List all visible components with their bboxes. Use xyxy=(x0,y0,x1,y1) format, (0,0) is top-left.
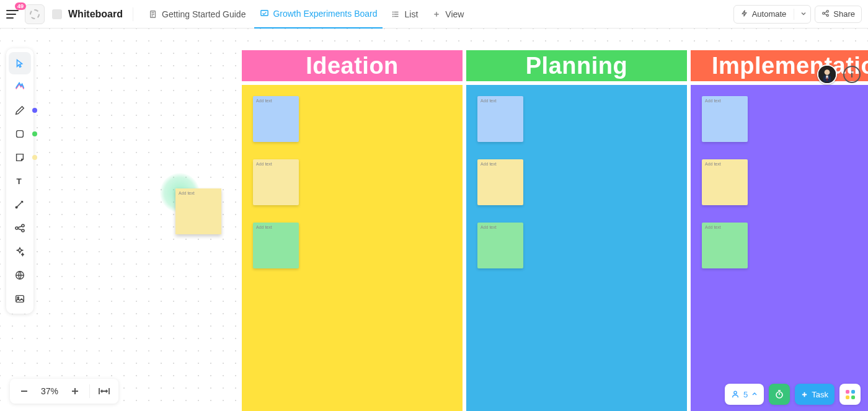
svg-point-7 xyxy=(826,14,828,16)
button-label: Automate xyxy=(752,9,787,19)
add-task-button[interactable]: Task xyxy=(795,384,835,405)
column-body[interactable]: Add text Add text Add text xyxy=(691,85,868,411)
svg-text:T: T xyxy=(17,177,22,186)
automate-button[interactable]: Automate xyxy=(733,5,812,24)
view-color-swatch xyxy=(52,9,62,19)
column-header: Ideation xyxy=(242,50,463,81)
share-icon xyxy=(822,9,830,19)
column-body[interactable]: Add text Add text Add text xyxy=(466,85,687,411)
connector-tool[interactable] xyxy=(9,193,31,216)
button-label: Task xyxy=(812,390,828,399)
tab-label: List xyxy=(405,9,418,19)
svg-point-18 xyxy=(16,227,18,229)
sticky-tool[interactable] xyxy=(9,146,31,169)
sticky-note[interactable]: Add text xyxy=(702,96,748,142)
svg-point-6 xyxy=(826,10,828,12)
presence-controls: i xyxy=(817,64,861,84)
tab-label: View xyxy=(445,9,464,19)
zoom-percent[interactable]: 37% xyxy=(36,386,63,396)
info-button[interactable]: i xyxy=(843,66,861,83)
pen-tool[interactable] xyxy=(9,99,31,122)
fit-width-button[interactable] xyxy=(94,381,115,402)
apps-button[interactable] xyxy=(839,384,861,405)
timer-button[interactable] xyxy=(769,384,790,405)
share-button[interactable]: Share xyxy=(815,6,862,23)
viewers-count: 5 xyxy=(743,390,748,399)
column-ideation[interactable]: Ideation Add text Add text Add text xyxy=(242,50,463,411)
tool-rail: T xyxy=(6,48,33,314)
doc-icon xyxy=(148,9,158,19)
chart-tool[interactable] xyxy=(9,217,31,239)
page-title: Whiteboard xyxy=(68,9,123,20)
tab-label: Growth Experiments Board xyxy=(273,9,377,19)
sticky-note[interactable]: Add text xyxy=(702,223,748,268)
plus-icon xyxy=(432,9,441,19)
column-header: Planning xyxy=(466,50,687,81)
image-tool[interactable] xyxy=(9,288,31,310)
viewers-count-button[interactable]: 5 xyxy=(725,384,764,405)
svg-point-13 xyxy=(734,391,737,394)
ai-tool[interactable] xyxy=(9,241,31,263)
sticky-note[interactable]: Add text xyxy=(477,159,523,205)
bottom-right-controls: 5 Task xyxy=(725,384,861,405)
tab-list[interactable]: List xyxy=(386,0,423,29)
svg-point-5 xyxy=(823,12,825,14)
sticky-note[interactable]: Add text xyxy=(253,223,299,268)
svg-point-17 xyxy=(16,206,17,208)
sticky-note[interactable]: Add text xyxy=(477,96,523,142)
shape-tool[interactable] xyxy=(9,123,31,145)
pointer-tool[interactable] xyxy=(9,52,31,74)
sticky-note[interactable]: Add text xyxy=(477,223,523,268)
svg-point-20 xyxy=(22,229,24,232)
tab-getting-started[interactable]: Getting Started Guide xyxy=(143,0,250,29)
sticky-color-indicator xyxy=(32,155,37,160)
svg-rect-22 xyxy=(16,296,24,303)
svg-point-3 xyxy=(392,14,393,14)
user-avatar[interactable] xyxy=(817,64,837,84)
menu-button[interactable]: 49 xyxy=(6,7,21,22)
loading-indicator xyxy=(25,4,45,24)
add-view-button[interactable]: View xyxy=(427,0,469,29)
zoom-out-button[interactable] xyxy=(14,381,35,402)
column-body[interactable]: Add text Add text Add text xyxy=(242,85,463,411)
floating-sticky-note[interactable]: Add text xyxy=(175,188,221,234)
whiteboard-canvas[interactable]: Ideation Add text Add text Add text Plan… xyxy=(0,29,868,411)
tab-growth-board[interactable]: Growth Experiments Board xyxy=(254,0,382,29)
sticky-note[interactable]: Add text xyxy=(702,159,748,205)
bolt-icon xyxy=(740,9,748,19)
column-implementation[interactable]: Implementation Add text Add text Add tex… xyxy=(691,50,868,411)
svg-rect-1 xyxy=(261,11,268,15)
svg-rect-12 xyxy=(826,77,828,81)
web-tool[interactable] xyxy=(9,264,31,286)
zoom-in-button[interactable] xyxy=(64,381,86,402)
column-planning[interactable]: Planning Add text Add text Add text xyxy=(466,50,687,411)
zoom-controls: 37% xyxy=(10,379,118,404)
list-icon xyxy=(391,9,401,19)
sticky-note[interactable]: Add text xyxy=(253,159,299,205)
tab-label: Getting Started Guide xyxy=(162,9,246,19)
sticky-note[interactable]: Add text xyxy=(253,96,299,142)
button-label: Share xyxy=(833,9,855,19)
svg-point-2 xyxy=(392,12,393,12)
top-bar: 49 Whiteboard Getting Started Guide Grow… xyxy=(0,0,868,29)
grid-icon xyxy=(846,390,855,399)
board-icon xyxy=(259,9,269,19)
sticky-note[interactable]: Add text xyxy=(175,188,221,234)
svg-point-19 xyxy=(22,224,24,227)
svg-rect-15 xyxy=(17,131,24,138)
text-tool[interactable]: T xyxy=(9,170,31,192)
svg-point-9 xyxy=(825,69,830,75)
shape-color-indicator xyxy=(32,131,37,136)
chevron-down-icon[interactable] xyxy=(800,9,807,19)
pen-color-indicator xyxy=(32,108,37,113)
generate-tool[interactable] xyxy=(9,76,31,98)
svg-point-4 xyxy=(392,16,393,17)
notification-badge: 49 xyxy=(15,2,26,10)
